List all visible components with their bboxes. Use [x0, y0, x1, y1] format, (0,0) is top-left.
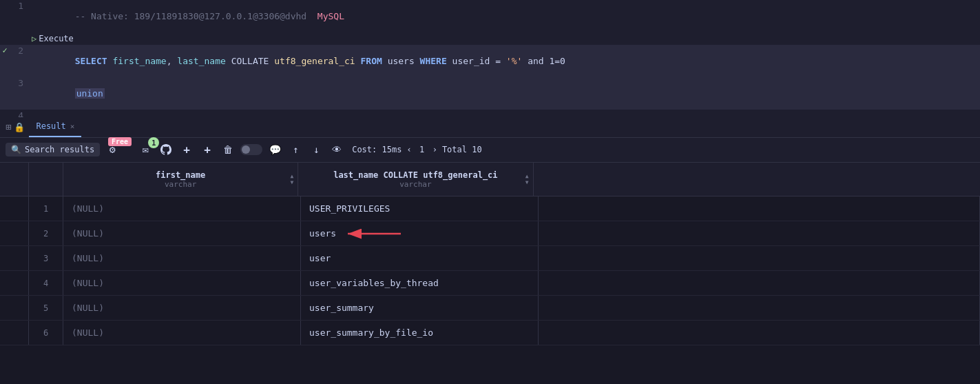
data-cell-1-2: USER_PRIVILEGES	[301, 196, 539, 221]
play-icon: ▷	[32, 34, 37, 43]
message-icon[interactable]: 💬	[267, 141, 283, 158]
search-icon: 🔍	[11, 145, 21, 154]
line-number-2: 2	[10, 46, 32, 56]
table-body: 1 (NULL) USER_PRIVILEGES 2 (NULL) users	[0, 196, 980, 384]
data-cell-5-2: user_summary	[301, 296, 539, 320]
empty-cell-3	[539, 246, 980, 270]
line-marker-2: ✓	[0, 46, 10, 55]
row-num-cell-4: 4	[29, 271, 63, 295]
table-row: 1 (NULL) USER_PRIVILEGES	[0, 196, 980, 221]
result-tab-bar: ⊞ 🔒 Result ×	[0, 117, 980, 138]
line-number-3: 3	[10, 78, 32, 88]
empty-cell-4	[539, 271, 980, 295]
line-number-1: 1	[10, 1, 32, 11]
line-number-4: 4	[10, 110, 32, 117]
row-num-cell-5: 5	[29, 296, 63, 320]
data-cell-3-2: user	[301, 246, 539, 270]
arrow-annotation	[342, 223, 404, 244]
data-cell-5-1: (NULL)	[63, 296, 301, 320]
page-number: 1	[417, 145, 428, 154]
table-row: 4 (NULL) user_variables_by_thread	[0, 271, 980, 296]
empty-header-col	[534, 163, 981, 196]
data-cell-2-2: users	[301, 221, 539, 245]
line-content-2: SELECT first_name, last_name COLLATE utf…	[32, 46, 980, 77]
row-check-2	[0, 221, 10, 245]
row-search-2	[10, 221, 29, 245]
row-check-6	[0, 321, 10, 345]
arrow-down-icon[interactable]: ↓	[308, 141, 324, 158]
result-tab[interactable]: Result ×	[29, 117, 81, 137]
github-icon[interactable]	[158, 141, 174, 158]
row-check-1	[0, 196, 10, 221]
code-editor[interactable]: 1 -- Native: 189/11891830@127.0.0.1@3306…	[0, 0, 980, 117]
add-icon-2[interactable]: +	[199, 141, 216, 158]
row-check-3	[0, 246, 10, 270]
eye-icon[interactable]: 👁	[329, 141, 345, 158]
row-check-4	[0, 271, 10, 295]
code-line-1: 1 -- Native: 189/11891830@127.0.0.1@3306…	[0, 0, 980, 32]
col-sort-firstname[interactable]: ▲ ▼	[290, 174, 293, 185]
check-header-col	[0, 163, 10, 196]
search-box[interactable]: 🔍 Search results	[6, 143, 100, 156]
table-row: 2 (NULL) users	[0, 221, 980, 246]
check-mark-2: ✓	[2, 46, 7, 55]
toggle-switch[interactable]	[240, 144, 262, 155]
col-type-firstname: varchar	[165, 180, 196, 189]
line-content-4: select null, table_name COLLATE utf8_gen…	[32, 110, 980, 117]
row-search-1	[10, 196, 29, 221]
add-icon-1[interactable]: +	[178, 141, 195, 158]
search-header-col	[10, 163, 29, 196]
row-search-5	[10, 296, 29, 320]
row-check-5	[0, 296, 10, 320]
col-name-lastname: last_name COLLATE utf8_general_ci	[333, 170, 497, 180]
result-tab-label: Result	[36, 121, 65, 131]
row-search-6	[10, 321, 29, 345]
empty-cell-2	[539, 221, 980, 245]
table-row: 6 (NULL) user_summary_by_file_io	[0, 321, 980, 345]
email-group: ✉ 1	[137, 141, 154, 158]
col-type-lastname: varchar	[399, 180, 431, 189]
code-line-4: 4 select null, table_name COLLATE utf8_g…	[0, 110, 980, 117]
row-num-cell-6: 6	[29, 321, 63, 345]
empty-cell-5	[539, 296, 980, 320]
row-num-cell-1: 1	[29, 196, 63, 221]
data-cell-4-1: (NULL)	[63, 271, 301, 295]
cost-label: Cost: 15ms	[352, 145, 402, 154]
row-search-3	[10, 246, 29, 270]
data-cell-6-2: user_summary_by_file_io	[301, 321, 539, 345]
table-row: 5 (NULL) user_summary	[0, 296, 980, 321]
page-prev-btn[interactable]: ‹	[404, 145, 413, 154]
toggle-knob	[242, 145, 250, 154]
result-panel: ⊞ 🔒 Result × 🔍 Search results ⚙ Free ✉ 1	[0, 117, 980, 384]
empty-cell-6	[539, 321, 980, 345]
data-cell-2-1: (NULL)	[63, 221, 301, 245]
toolbar: 🔍 Search results ⚙ Free ✉ 1 + + 🗑 💬	[0, 138, 980, 163]
row-search-4	[10, 271, 29, 295]
row-num-cell-2: 2	[29, 221, 63, 245]
sort-down-icon-2: ▼	[525, 180, 529, 185]
col-header-firstname[interactable]: first_name varchar ▲ ▼	[63, 163, 298, 196]
table-header: first_name varchar ▲ ▼ last_name COLLATE…	[0, 163, 980, 196]
code-line-2: ✓ 2 SELECT first_name, last_name COLLATE…	[0, 45, 980, 77]
execute-line: ▷ Execute	[0, 32, 980, 45]
page-next-btn[interactable]: ›	[430, 145, 439, 154]
sort-down-icon: ▼	[290, 180, 293, 185]
col-header-lastname[interactable]: last_name COLLATE utf8_general_ci varcha…	[298, 163, 533, 196]
data-cell-1-1: (NULL)	[63, 196, 301, 221]
arrow-up-icon[interactable]: ↑	[287, 141, 304, 158]
lock-icon[interactable]: 🔒	[14, 122, 25, 132]
execute-button[interactable]: ▷ Execute	[32, 34, 74, 43]
tab-close-icon[interactable]: ×	[70, 122, 75, 131]
add-panel-icon[interactable]: ⊞	[6, 121, 11, 132]
sort-up-icon-2: ▲	[525, 174, 529, 179]
row-num-cell-3: 3	[29, 246, 63, 270]
line-content-3: union	[32, 78, 980, 109]
data-cell-3-1: (NULL)	[63, 246, 301, 270]
col-sort-lastname[interactable]: ▲ ▼	[525, 174, 529, 185]
line-content-1: -- Native: 189/11891830@127.0.0.1@3306@d…	[32, 1, 980, 32]
col-name-firstname: first_name	[156, 170, 205, 180]
settings-group: ⚙ Free	[104, 141, 121, 158]
delete-icon[interactable]: 🗑	[220, 141, 236, 158]
empty-cell-1	[539, 196, 980, 221]
search-text: Search results	[25, 145, 94, 154]
